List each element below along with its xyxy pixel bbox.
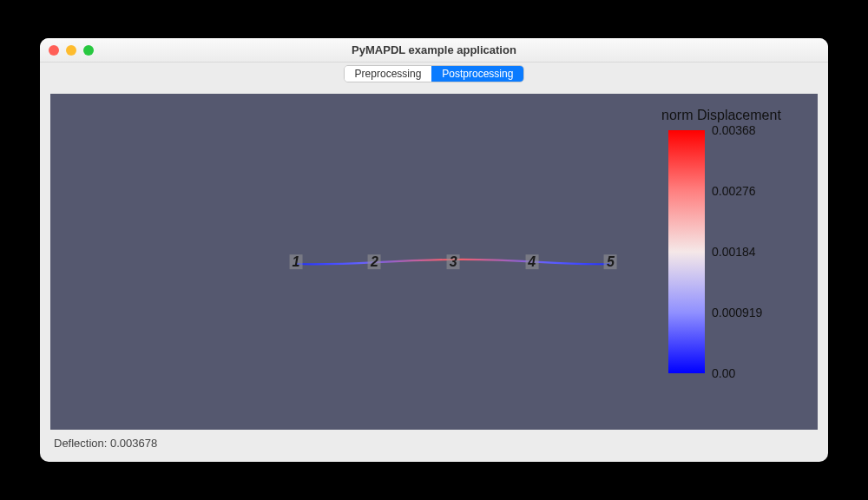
- node-label: 4: [525, 254, 538, 270]
- titlebar: PyMAPDL example application: [40, 38, 828, 62]
- tab-preprocessing[interactable]: Preprocessing: [345, 66, 432, 82]
- window-controls: [49, 45, 94, 56]
- deflection-readout: Deflection: 0.003678: [54, 437, 157, 450]
- app-window: PyMAPDL example application Preprocessin…: [40, 38, 828, 462]
- close-icon[interactable]: [49, 45, 59, 56]
- node-label: 1: [289, 254, 302, 270]
- node-label: 2: [368, 254, 381, 270]
- tab-postprocessing[interactable]: Postprocessing: [431, 66, 523, 82]
- colorbar-gradient: [668, 130, 705, 373]
- colorbar-tick: 0.00184: [712, 245, 756, 259]
- colorbar: norm Displacement 0.00368 0.00276 0.0018…: [661, 108, 800, 385]
- beam-plot: 1 2 3 4 5: [296, 252, 610, 273]
- minimize-icon[interactable]: [66, 45, 76, 56]
- status-bar: Deflection: 0.003678: [50, 430, 818, 457]
- window-title: PyMAPDL example application: [352, 43, 516, 56]
- colorbar-tick: 0.000919: [712, 306, 762, 319]
- colorbar-tick: 0.00276: [712, 184, 756, 198]
- tab-bar: Preprocessing Postprocessing: [40, 62, 828, 85]
- colorbar-title: norm Displacement: [661, 108, 809, 123]
- node-label: 5: [604, 254, 617, 270]
- node-label: 3: [447, 254, 460, 270]
- content-area: 1 2 3 4 5 norm Displacement 0.00368 0.00…: [40, 85, 828, 462]
- colorbar-tick: 0.00: [712, 366, 735, 380]
- render-viewport[interactable]: 1 2 3 4 5 norm Displacement 0.00368 0.00…: [50, 94, 818, 430]
- colorbar-tick: 0.00368: [712, 123, 756, 137]
- segmented-control: Preprocessing Postprocessing: [344, 65, 525, 82]
- maximize-icon[interactable]: [83, 45, 94, 56]
